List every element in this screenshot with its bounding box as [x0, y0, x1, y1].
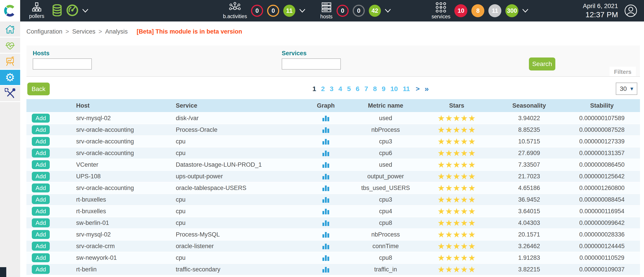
database-status-icon[interactable]	[52, 4, 62, 17]
row-stability: 0.000000028336	[564, 231, 640, 238]
services-ok-badge[interactable]: 300	[506, 4, 518, 17]
row-service: cpu	[176, 196, 300, 203]
hosts-chevron-down-icon[interactable]	[384, 8, 391, 13]
add-button[interactable]: Add	[32, 184, 50, 192]
ba-warning-badge[interactable]: 0	[267, 5, 279, 17]
row-stability: 0.000000131357	[564, 150, 640, 157]
graph-icon[interactable]	[322, 243, 330, 250]
page-link-7[interactable]: 7	[364, 85, 368, 93]
row-stars: ★★★★★	[419, 137, 494, 146]
breadcrumb-configuration[interactable]: Configuration	[26, 28, 62, 35]
business-activities-label: b.activities	[223, 13, 247, 19]
breadcrumb-services[interactable]: Services	[72, 28, 96, 35]
row-host: srv-oracle-accounting	[76, 126, 176, 133]
hosts-up-badge[interactable]: 42	[369, 5, 381, 17]
add-button[interactable]: Add	[32, 265, 50, 274]
row-stars: ★★★★★	[419, 265, 494, 274]
graph-icon[interactable]	[322, 173, 330, 180]
graph-icon[interactable]	[322, 162, 330, 168]
page-link-10[interactable]: 10	[390, 85, 398, 93]
page-link-9[interactable]: 9	[382, 85, 386, 93]
page-link-8[interactable]: 8	[373, 85, 377, 93]
row-stability: 0.000000116954	[564, 208, 640, 215]
add-button[interactable]: Add	[32, 230, 50, 239]
add-button[interactable]: Add	[32, 207, 50, 216]
analysis-table: Host Service Graph Metric name Stars Sea…	[26, 99, 640, 276]
page-link-11[interactable]: 11	[403, 85, 410, 93]
add-button[interactable]: Add	[32, 242, 50, 251]
add-button[interactable]: Add	[32, 137, 50, 146]
graph-cell	[300, 138, 352, 145]
hosts-filter-input[interactable]	[33, 58, 92, 70]
row-metric: connTime	[352, 243, 419, 250]
row-metric: cpu3	[352, 138, 419, 145]
hosts-down-badge[interactable]: 0	[336, 5, 349, 17]
sidebar-item-reporting[interactable]	[0, 54, 20, 70]
pagination-last-icon[interactable]: »	[424, 84, 429, 93]
services-unknown-badge[interactable]: 11	[488, 4, 501, 17]
services-menu[interactable]: services	[432, 2, 450, 20]
add-button[interactable]: Add	[32, 253, 50, 262]
graph-cell	[300, 266, 352, 273]
page-link-4[interactable]: 4	[338, 85, 342, 93]
sidebar-item-administration[interactable]	[0, 86, 20, 102]
add-button[interactable]: Add	[32, 172, 50, 181]
business-activities-menu[interactable]: b.activities	[223, 2, 247, 19]
add-button[interactable]: Add	[32, 218, 50, 227]
graph-icon[interactable]	[322, 115, 330, 122]
sidebar-item-monitoring[interactable]	[0, 37, 20, 54]
services-critical-badge[interactable]: 10	[454, 4, 467, 17]
row-service: cpu	[176, 220, 300, 227]
row-service: oracle-listener	[176, 243, 300, 250]
pollers-menu[interactable]: pollers	[29, 2, 44, 19]
beta-notice: [Beta] This module is in beta version	[136, 28, 242, 35]
services-warning-badge[interactable]: 8	[471, 4, 484, 17]
graph-icon[interactable]	[322, 231, 330, 238]
page-link-1[interactable]: 1	[312, 85, 316, 93]
row-stars: ★★★★★	[419, 161, 494, 169]
centreon-logo[interactable]	[0, 0, 20, 21]
graph-icon[interactable]	[322, 208, 330, 215]
graph-icon[interactable]	[322, 150, 330, 157]
row-stars: ★★★★★	[419, 242, 494, 250]
sidebar-item-home[interactable]	[0, 21, 20, 37]
add-button[interactable]: Add	[32, 114, 50, 123]
graph-icon[interactable]	[322, 255, 330, 261]
page-size-select[interactable]: 30	[616, 83, 637, 95]
graph-icon[interactable]	[322, 185, 330, 192]
add-button[interactable]: Add	[32, 125, 50, 134]
hosts-menu[interactable]: hosts	[320, 2, 332, 20]
user-avatar[interactable]	[624, 4, 637, 17]
back-button[interactable]: Back	[27, 83, 50, 95]
add-button[interactable]: Add	[32, 149, 50, 158]
services-chevron-down-icon[interactable]	[522, 8, 529, 13]
pagination-next-icon[interactable]: >	[416, 85, 420, 93]
actions-row: Back 1234567891011 > » 30	[26, 83, 640, 96]
services-filter-input[interactable]	[282, 58, 341, 70]
graph-icon[interactable]	[322, 220, 330, 227]
page-link-2[interactable]: 2	[321, 85, 325, 93]
row-host: rt-bruxelles	[76, 196, 176, 203]
ba-ok-badge[interactable]: 11	[283, 5, 295, 17]
ba-chevron-down-icon[interactable]	[299, 8, 306, 13]
graph-icon[interactable]	[322, 266, 330, 273]
hosts-unreachable-badge[interactable]: 0	[353, 5, 365, 17]
latency-gauge-icon[interactable]	[66, 4, 78, 17]
sidebar-item-configuration[interactable]: ⚙	[0, 70, 20, 86]
graph-icon[interactable]	[322, 197, 330, 203]
header-stars: Stars	[419, 102, 494, 109]
pollers-chevron-down-icon[interactable]	[82, 8, 89, 13]
breadcrumb-analysis[interactable]: Analysis	[105, 28, 128, 35]
graph-icon[interactable]	[322, 127, 330, 133]
graph-icon[interactable]	[322, 138, 330, 145]
page-link-3[interactable]: 3	[330, 85, 334, 93]
search-button[interactable]: Search	[529, 57, 555, 70]
page-link-6[interactable]: 6	[356, 85, 360, 93]
row-metric: tbs_used_USERS	[352, 185, 419, 192]
row-host: rt-bruxelles	[76, 208, 176, 215]
row-metric: nbProcess	[352, 231, 419, 238]
add-button[interactable]: Add	[32, 195, 50, 204]
page-link-5[interactable]: 5	[347, 85, 351, 93]
add-button[interactable]: Add	[32, 160, 50, 169]
ba-critical-badge[interactable]: 0	[251, 5, 263, 17]
